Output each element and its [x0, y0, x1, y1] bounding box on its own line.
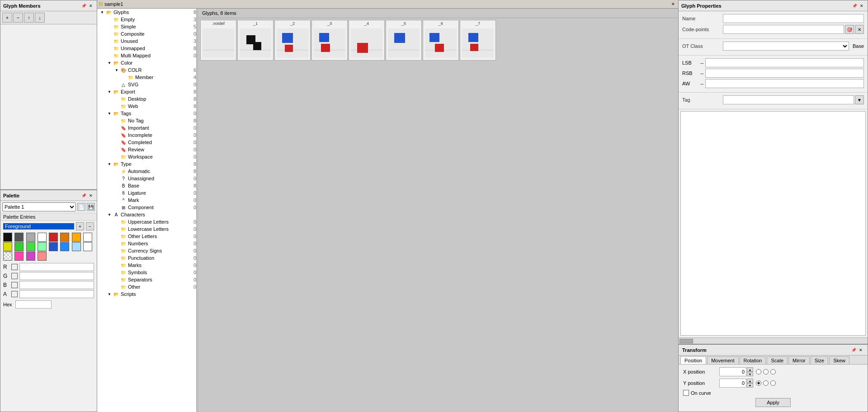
scrollbar-thumb[interactable]	[679, 339, 693, 343]
a-input[interactable]	[19, 290, 94, 298]
tree-item-desktop[interactable]: 📁Desktop8	[97, 95, 196, 103]
palette-add-color-button[interactable]: +	[76, 222, 84, 230]
tree-item-otherletters[interactable]: 📁Other Letters0	[97, 233, 196, 240]
glyph-cell-_3[interactable]: _3	[311, 20, 348, 61]
color-swatch-mint[interactable]	[38, 242, 47, 251]
glyph-cell-.notdef[interactable]: .notdef	[200, 20, 236, 61]
tree-item-unassigned[interactable]: ?Unassigned0	[97, 175, 196, 182]
glyph-cell-_1[interactable]: _1	[237, 20, 274, 61]
glyph-cell-_5[interactable]: _5	[386, 20, 422, 61]
tree-item-member[interactable]: 📁Member4	[97, 74, 196, 81]
tree-item-colr[interactable]: ▼🎨COLR6	[97, 66, 196, 74]
y-radio-2[interactable]	[763, 380, 769, 386]
g-swatch[interactable]	[11, 273, 18, 279]
tree-item-currencysigns[interactable]: 📁Currency Signs0	[97, 247, 196, 254]
tree-item-empty[interactable]: 📁Empty3	[97, 16, 196, 23]
r-swatch[interactable]	[11, 264, 18, 270]
rsb-input[interactable]	[705, 69, 864, 78]
tree-item-glyphs[interactable]: ▼📂Glyphs8	[97, 9, 196, 16]
color-swatch-checker[interactable]	[3, 252, 12, 261]
color-swatch-orange[interactable]	[60, 233, 69, 242]
tree-item-tags[interactable]: ▼📂Tags0	[97, 110, 196, 117]
tree-item-ligature[interactable]: fiLigature0	[97, 189, 196, 197]
tree-item-notag[interactable]: 📁No Tag8	[97, 117, 196, 124]
add-member-button[interactable]: +	[2, 13, 12, 23]
r-input[interactable]	[19, 263, 94, 271]
y-radio-3[interactable]	[770, 380, 776, 386]
y-spin-down[interactable]: ▼	[747, 383, 753, 388]
color-swatch-black[interactable]	[3, 233, 12, 242]
palette-close-button[interactable]: ✕	[88, 192, 94, 199]
codepoints-clear-button[interactable]: ✕	[855, 25, 864, 34]
name-input[interactable]	[723, 14, 864, 23]
tag-dropdown-button[interactable]: ▼	[855, 95, 864, 104]
x-spin-up[interactable]: ▲	[747, 367, 753, 372]
tree-item-multimapped[interactable]: 📁Multi Mapped0	[97, 52, 196, 59]
palette-save-button[interactable]: 💾	[87, 203, 95, 211]
x-radio-1[interactable]	[756, 369, 761, 375]
on-curve-checkbox[interactable]	[683, 390, 689, 396]
tree-item-simple[interactable]: 📁Simple5	[97, 23, 196, 30]
tree-item-separators[interactable]: 📁Separators0	[97, 276, 196, 283]
color-swatch-red[interactable]	[49, 233, 58, 242]
transform-pin-button[interactable]: 📌	[850, 347, 857, 353]
x-position-input[interactable]	[719, 367, 746, 376]
tree-item-characters[interactable]: ▼ACharacters	[97, 211, 196, 218]
b-input[interactable]	[19, 281, 94, 289]
tree-item-web[interactable]: 📁Web8	[97, 103, 196, 110]
tree-item-symbols[interactable]: 📁Symbols0	[97, 269, 196, 276]
palette-pin-button[interactable]: 📌	[80, 192, 87, 199]
horizontal-scrollbar[interactable]	[679, 337, 868, 344]
tree-item-completed[interactable]: 🔖Completed0	[97, 139, 196, 146]
x-radio-2[interactable]	[763, 369, 769, 375]
color-swatch-purple[interactable]	[26, 252, 35, 261]
tree-item-unused[interactable]: 📁Unused3	[97, 37, 196, 45]
glyph-props-close-button[interactable]: ✕	[859, 3, 865, 9]
glyph-cell-_2[interactable]: _2	[274, 20, 311, 61]
b-swatch[interactable]	[11, 282, 18, 288]
y-position-input[interactable]	[719, 379, 746, 388]
tree-item-other[interactable]: 📁Other0	[97, 283, 196, 290]
tag-input[interactable]	[723, 95, 854, 104]
codepoints-input[interactable]	[723, 25, 844, 34]
tree-item-type[interactable]: ▼📂Type8	[97, 160, 196, 168]
palette-new-button[interactable]: 📄	[77, 203, 85, 211]
x-spin-down[interactable]: ▼	[747, 372, 753, 376]
color-swatch-lgray[interactable]	[26, 233, 35, 242]
tree-item-important[interactable]: 🔖Important0	[97, 124, 196, 131]
tree-item-review[interactable]: 🔖Review0	[97, 146, 196, 153]
glyph-cell-_6[interactable]: _6	[423, 20, 459, 61]
color-swatch-blue[interactable]	[49, 242, 58, 251]
transform-tab-mirror[interactable]: Mirror	[788, 356, 810, 364]
tree-item-unmapped[interactable]: 📁Unmapped8	[97, 45, 196, 52]
transform-tab-position[interactable]: Position	[680, 356, 706, 364]
transform-tab-rotation[interactable]: Rotation	[740, 356, 766, 364]
move-down-button[interactable]: ↓	[35, 13, 45, 23]
tree-item-component[interactable]: ⊞Component0	[97, 204, 196, 211]
color-swatch-white[interactable]	[38, 233, 47, 242]
close-button[interactable]: ✕	[88, 3, 94, 9]
sample-close-button[interactable]: ✕	[670, 1, 676, 7]
tree-item-color[interactable]: ▼📂Color	[97, 59, 196, 66]
transform-tab-movement[interactable]: Movement	[707, 356, 738, 364]
palette-remove-color-button[interactable]: −	[86, 222, 94, 230]
lsb-input[interactable]	[705, 58, 864, 67]
tree-item-workspace[interactable]: 📁Workspace0	[97, 153, 196, 160]
x-radio-3[interactable]	[770, 369, 776, 375]
transform-tab-scale[interactable]: Scale	[767, 356, 788, 364]
tree-item-composite[interactable]: 📁Composite0	[97, 30, 196, 37]
tree-item-incomplete[interactable]: 🔖Incomplete0	[97, 131, 196, 139]
tree-item-base[interactable]: BBase8	[97, 182, 196, 189]
tree-item-mark[interactable]: ^Mark0	[97, 197, 196, 204]
tree-item-numbers[interactable]: 📁Numbers0	[97, 240, 196, 247]
tree-item-scripts[interactable]: ▼📂Scripts	[97, 290, 196, 298]
color-swatch-white2[interactable]	[83, 233, 92, 242]
tree-item-lowercase[interactable]: 📁Lowercase Letters0	[97, 225, 196, 233]
pin-button[interactable]: 📌	[80, 3, 87, 9]
tree-item-automatic[interactable]: ⚡Automatic8	[97, 168, 196, 175]
tree-item-export[interactable]: ▼📂Export8	[97, 88, 196, 95]
color-swatch-lpink[interactable]	[38, 252, 47, 261]
glyph-cell-_7[interactable]: _7	[460, 20, 496, 61]
color-swatch-green[interactable]	[14, 242, 24, 251]
codepoints-picker-button[interactable]: 🎯	[845, 25, 854, 34]
